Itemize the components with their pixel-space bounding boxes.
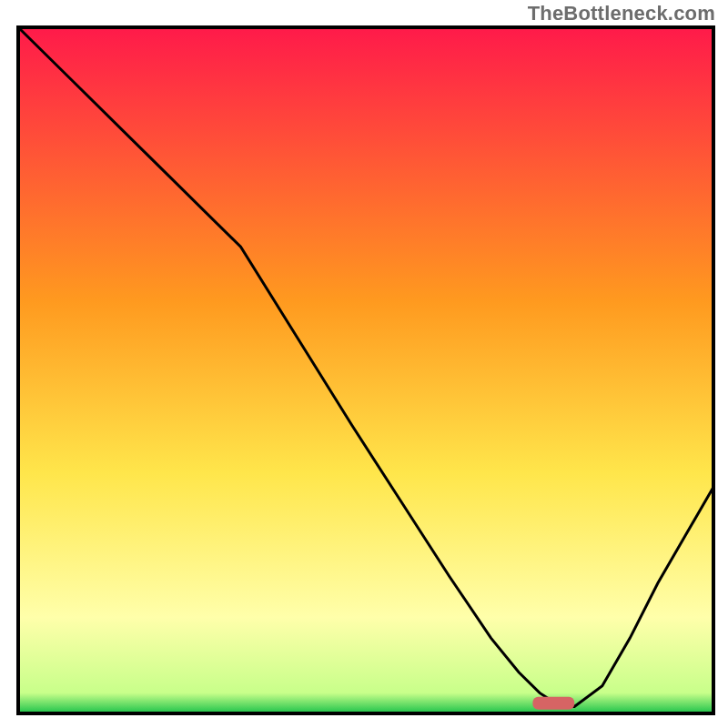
optimal-marker bbox=[532, 697, 574, 710]
bottleneck-chart bbox=[0, 0, 728, 728]
watermark-text: TheBottleneck.com bbox=[528, 2, 715, 25]
